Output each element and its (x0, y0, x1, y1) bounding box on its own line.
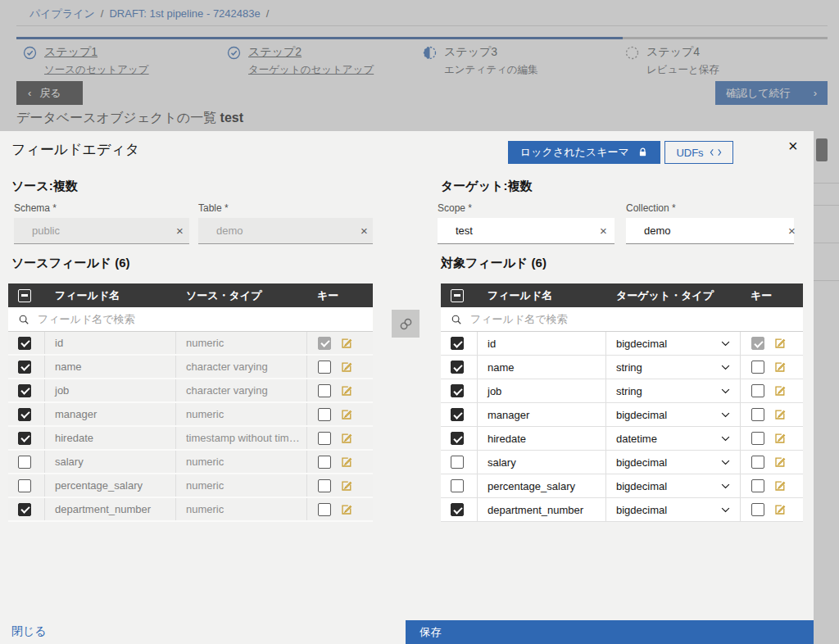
row-select-checkbox[interactable] (18, 456, 31, 469)
key-checkbox[interactable] (751, 384, 764, 397)
key-cell (307, 379, 373, 401)
edit-icon[interactable] (340, 432, 353, 445)
row-select-checkbox[interactable] (451, 361, 464, 374)
key-checkbox[interactable] (751, 361, 764, 374)
row-select-checkbox[interactable] (18, 503, 31, 516)
row-select-checkbox[interactable] (18, 408, 31, 421)
edit-icon[interactable] (773, 479, 787, 492)
edit-icon[interactable] (340, 361, 353, 374)
edit-icon[interactable] (773, 456, 787, 469)
key-checkbox[interactable] (318, 479, 331, 492)
row-select-checkbox[interactable] (451, 479, 464, 492)
row-select-checkbox[interactable] (451, 432, 464, 445)
key-cell (741, 427, 803, 450)
row-select-checkbox[interactable] (18, 361, 31, 374)
save-button[interactable]: 保存 (406, 620, 814, 644)
row-select-checkbox[interactable] (18, 479, 31, 492)
clear-icon[interactable]: × (788, 224, 796, 237)
row-select-checkbox[interactable] (18, 432, 31, 445)
udfs-button[interactable]: UDFs (664, 141, 733, 164)
row-select-checkbox[interactable] (451, 337, 464, 350)
field-type-select[interactable]: bigdecimal (606, 403, 741, 426)
edit-icon[interactable] (773, 503, 787, 516)
edit-icon[interactable] (340, 479, 353, 492)
edit-icon[interactable] (340, 408, 353, 421)
link-chain-icon (398, 316, 414, 332)
clear-icon[interactable]: × (600, 224, 607, 237)
table-row: salarybigdecimal (441, 451, 803, 474)
row-select-checkbox[interactable] (451, 503, 464, 516)
field-name: department_number (478, 498, 606, 521)
table-row: namestring (441, 356, 803, 379)
column-header-target-type: ターゲット・タイプ (606, 288, 741, 303)
collection-input[interactable] (644, 224, 788, 237)
row-select-cell (8, 451, 45, 473)
edit-icon[interactable] (773, 408, 787, 421)
table-search-field[interactable]: × (198, 218, 373, 244)
field-name: percentage_salary (45, 474, 176, 497)
key-checkbox[interactable] (318, 384, 331, 397)
field-name: id (478, 332, 606, 355)
field-type-select[interactable]: string (606, 356, 741, 379)
modal-backdrop-right (814, 131, 839, 644)
key-checkbox[interactable] (318, 503, 331, 516)
key-checkbox[interactable] (318, 361, 331, 374)
search-icon (18, 314, 29, 325)
select-all-checkbox[interactable] (18, 289, 31, 302)
key-cell (307, 498, 373, 520)
locked-schema-button[interactable]: ロックされたスキーマ (508, 141, 660, 164)
target-field-search-input[interactable] (470, 313, 793, 325)
row-select-checkbox[interactable] (18, 337, 31, 350)
table-input[interactable] (216, 224, 361, 237)
clear-icon[interactable]: × (176, 224, 184, 237)
collection-search-field[interactable]: × (626, 218, 794, 244)
field-type-select[interactable]: bigdecimal (606, 498, 741, 521)
schema-input[interactable] (32, 224, 176, 237)
field-type-select[interactable]: bigdecimal (606, 332, 741, 355)
target-fields-heading: 対象フィールド (6) (441, 256, 546, 271)
row-select-checkbox[interactable] (451, 384, 464, 397)
link-fields-button[interactable] (392, 310, 420, 338)
key-checkbox[interactable] (751, 479, 764, 492)
close-icon[interactable]: × (788, 138, 798, 154)
key-checkbox[interactable] (318, 432, 331, 445)
edit-icon[interactable] (773, 337, 787, 350)
key-checkbox[interactable] (318, 456, 331, 469)
code-icon (710, 148, 722, 156)
row-select-cell (8, 356, 45, 378)
key-checkbox[interactable] (318, 408, 331, 421)
scope-input[interactable] (456, 224, 600, 237)
page-scrollbar-thumb[interactable] (816, 138, 828, 161)
field-name: name (45, 356, 176, 378)
schema-search-field[interactable]: × (14, 218, 189, 244)
source-field-search-row[interactable] (8, 307, 373, 332)
key-checkbox[interactable] (751, 408, 764, 421)
row-select-checkbox[interactable] (451, 456, 464, 469)
source-field-search-input[interactable] (38, 313, 363, 325)
edit-icon[interactable] (340, 456, 353, 469)
key-checkbox[interactable] (751, 456, 764, 469)
edit-icon[interactable] (773, 432, 787, 445)
key-checkbox[interactable] (751, 432, 764, 445)
target-field-search-row[interactable] (441, 307, 803, 332)
select-all-checkbox[interactable] (451, 289, 464, 302)
edit-icon[interactable] (773, 384, 787, 397)
key-checkbox[interactable] (751, 503, 764, 516)
edit-icon[interactable] (340, 337, 353, 350)
field-type-select[interactable]: bigdecimal (606, 451, 741, 474)
scope-search-field[interactable]: × (438, 218, 615, 244)
field-type-select[interactable]: string (606, 379, 741, 402)
edit-icon[interactable] (340, 503, 353, 516)
edit-icon[interactable] (340, 384, 353, 397)
edit-icon[interactable] (773, 361, 787, 374)
field-type: timestamp without tim… (176, 427, 307, 449)
column-header-field-name: フィールド名 (478, 288, 606, 303)
close-modal-link[interactable]: 閉じる (11, 624, 47, 639)
row-select-cell (8, 403, 45, 425)
field-type-select[interactable]: bigdecimal (606, 474, 741, 497)
key-cell (307, 356, 373, 378)
row-select-checkbox[interactable] (451, 408, 464, 421)
clear-icon[interactable]: × (361, 224, 368, 237)
field-type-select[interactable]: datetime (606, 427, 741, 450)
row-select-checkbox[interactable] (18, 384, 31, 397)
